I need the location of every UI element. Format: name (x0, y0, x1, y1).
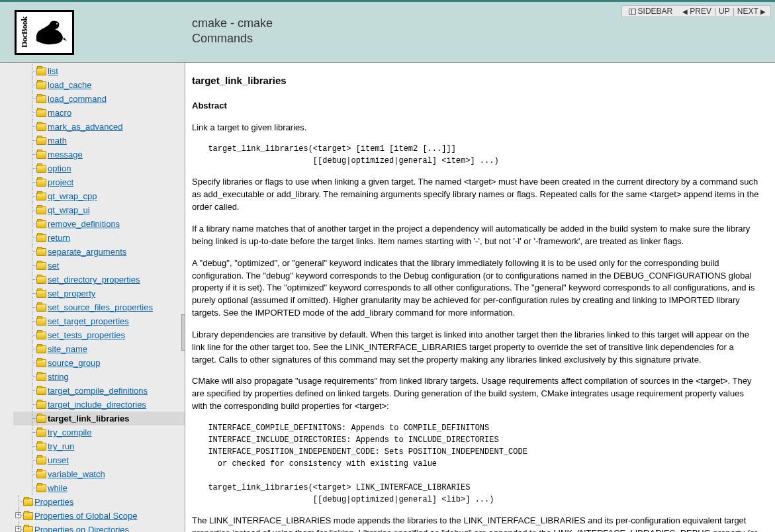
tree-item-try_run[interactable]: try_run (13, 439, 185, 453)
tree-item-label[interactable]: unset (48, 455, 69, 465)
content-pane[interactable]: target_link_libraries Abstract Link a ta… (185, 63, 775, 532)
folder-icon (36, 304, 46, 312)
folder-icon (36, 234, 46, 242)
tree-item-label[interactable]: return (48, 233, 70, 243)
tree-item-label[interactable]: separate_arguments (48, 247, 126, 257)
tree-item-label[interactable]: set_property (48, 288, 95, 298)
expand-icon[interactable]: + (15, 526, 21, 532)
tree-item-label[interactable]: site_name (48, 344, 87, 354)
tree-item-properties-on-directories[interactable]: +Properties on Directories (13, 523, 185, 532)
tree-item-label[interactable]: try_run (48, 441, 74, 451)
tree-item-label[interactable]: source_group (48, 358, 101, 368)
tree-item-site_name[interactable]: site_name (13, 342, 185, 356)
tree-item-label[interactable]: qt_wrap_ui (48, 205, 90, 215)
folder-icon (36, 123, 46, 131)
tree-item-variable_watch[interactable]: variable_watch (13, 467, 185, 481)
tree-item-return[interactable]: return (13, 231, 185, 245)
paragraph: If a library name matches that of anothe… (192, 223, 760, 248)
folder-icon (36, 81, 46, 89)
tree-item-set_target_properties[interactable]: set_target_properties (13, 314, 185, 328)
tree-item-set_directory_properties[interactable]: set_directory_properties (13, 273, 185, 287)
tree-item-set_property[interactable]: set_property (13, 287, 185, 300)
tree-item-label[interactable]: target_compile_definitions (48, 386, 148, 396)
triangle-left-icon: ◀ (682, 8, 688, 15)
sidebar-tree[interactable]: listload_cacheload_commandmacromark_as_a… (0, 63, 185, 532)
sidebar-resize-handle[interactable] (181, 314, 185, 351)
tree-item-label[interactable]: string (48, 372, 69, 382)
expand-icon[interactable]: + (15, 512, 21, 518)
tree-item-label[interactable]: mark_as_advanced (48, 122, 122, 132)
tree-item-try_compile[interactable]: try_compile (13, 425, 185, 439)
tree-item-qt_wrap_cpp[interactable]: qt_wrap_cpp (13, 189, 185, 203)
folder-icon (36, 484, 46, 492)
tree-item-label[interactable]: variable_watch (48, 469, 105, 479)
tree-item-set_source_files_properties[interactable]: set_source_files_properties (13, 300, 185, 314)
folder-icon (36, 415, 46, 423)
tree-item-separate_arguments[interactable]: separate_arguments (13, 245, 185, 259)
up-button[interactable]: UP (716, 7, 733, 16)
folder-icon (36, 95, 46, 103)
tree-item-set_tests_properties[interactable]: set_tests_properties (13, 328, 185, 342)
tree-item-option[interactable]: option (13, 161, 185, 175)
tree-item-label[interactable]: Properties on Directories (34, 525, 129, 532)
tree-item-label[interactable]: remove_definitions (48, 219, 120, 229)
tree-item-label[interactable]: load_command (48, 94, 107, 104)
abstract-heading: Abstract (192, 100, 760, 112)
tree-item-label[interactable]: set_tests_properties (48, 330, 125, 340)
tree-item-label[interactable]: load_cache (48, 80, 92, 90)
tree-item-label[interactable]: message (48, 150, 83, 159)
svg-point-0 (56, 23, 58, 24)
tree-item-label[interactable]: set_target_properties (48, 316, 129, 326)
tree-item-mark_as_advanced[interactable]: mark_as_advanced (13, 120, 185, 134)
folder-icon (36, 345, 46, 353)
prev-button[interactable]: ◀ PREV (680, 7, 714, 16)
sidebar-toggle-button[interactable]: SIDEBAR (626, 7, 676, 16)
tree-item-list[interactable]: list (13, 64, 185, 78)
tree-item-label[interactable]: option (48, 163, 71, 173)
tree-item-properties-of-global-scope[interactable]: +Properties of Global Scope (13, 509, 185, 523)
tree-item-label[interactable]: project (48, 177, 73, 187)
folder-icon (36, 332, 46, 339)
tree-item-label[interactable]: Properties of Global Scope (34, 511, 137, 521)
tree-item-qt_wrap_ui[interactable]: qt_wrap_ui (13, 203, 185, 217)
tree-item-label[interactable]: try_compile (48, 427, 91, 437)
tree-item-set[interactable]: set (13, 259, 185, 273)
tree-item-label[interactable]: qt_wrap_cpp (48, 191, 97, 201)
tree-item-message[interactable]: message (13, 148, 185, 161)
tree-item-properties[interactable]: Properties (13, 495, 185, 509)
folder-icon (36, 470, 46, 478)
folder-icon (36, 276, 46, 284)
logo[interactable]: DocBook (15, 10, 74, 55)
tree-item-while[interactable]: while (13, 481, 185, 495)
folder-icon (36, 137, 46, 145)
folder-icon (36, 429, 46, 437)
tree-item-label[interactable]: set_source_files_properties (48, 302, 153, 312)
folder-icon (36, 262, 46, 270)
tree-item-load_cache[interactable]: load_cache (13, 78, 185, 92)
folder-icon (36, 109, 46, 117)
tree-item-load_command[interactable]: load_command (13, 92, 185, 106)
tree-item-macro[interactable]: macro (13, 106, 185, 120)
tree-item-label[interactable]: target_include_directories (48, 400, 146, 410)
tree-item-source_group[interactable]: source_group (13, 356, 185, 370)
folder-icon (36, 179, 46, 187)
code-block: target_link_libraries(<target> [item1 [i… (199, 143, 760, 167)
tree-item-math[interactable]: math (13, 134, 185, 148)
tree-item-unset[interactable]: unset (13, 453, 185, 467)
paragraph: Specify libraries or flags to use when l… (192, 176, 760, 214)
tree-item-target_compile_definitions[interactable]: target_compile_definitions (13, 384, 185, 398)
tree-item-remove_definitions[interactable]: remove_definitions (13, 217, 185, 231)
tree-item-target_link_libraries[interactable]: target_link_libraries (13, 412, 185, 425)
tree-item-project[interactable]: project (13, 175, 185, 189)
tree-item-label[interactable]: math (48, 136, 67, 146)
tree-item-string[interactable]: string (13, 370, 185, 384)
tree-item-label[interactable]: set (48, 261, 59, 271)
tree-item-label[interactable]: Properties (34, 497, 73, 507)
folder-icon (36, 67, 46, 75)
next-button[interactable]: NEXT ▶ (735, 7, 768, 16)
tree-item-label[interactable]: set_directory_properties (48, 275, 140, 285)
tree-item-target_include_directories[interactable]: target_include_directories (13, 398, 185, 412)
tree-item-label[interactable]: macro (48, 108, 71, 118)
tree-item-label[interactable]: while (48, 483, 68, 493)
tree-item-label[interactable]: list (48, 66, 58, 76)
